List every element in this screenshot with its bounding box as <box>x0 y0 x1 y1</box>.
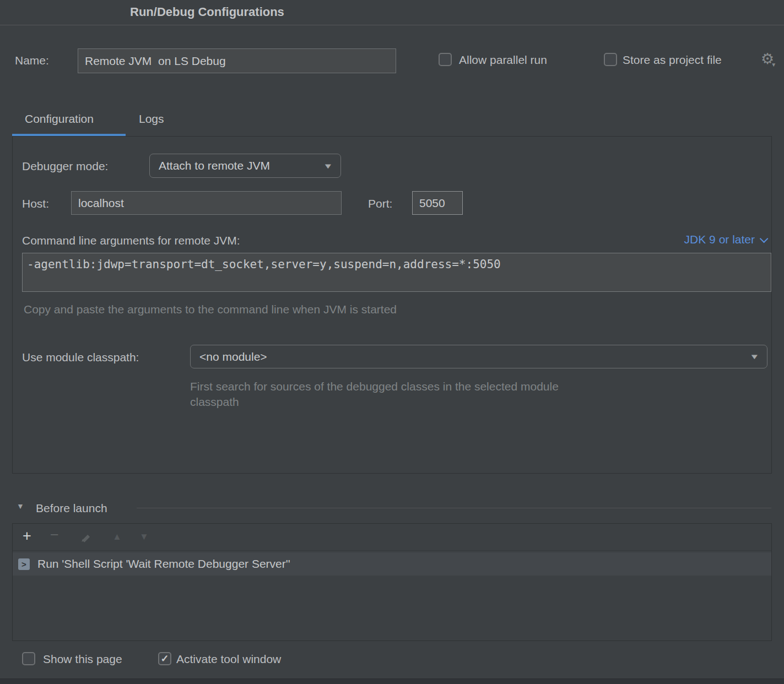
debugger-mode-value: Attach to remote JVM <box>159 159 270 172</box>
host-label: Host: <box>22 197 49 210</box>
before-launch-panel: + − ▲ ▼ > Run 'Shell Script 'Wait Remote… <box>12 523 772 641</box>
checkmark-icon: ✓ <box>160 654 169 664</box>
allow-parallel-run-checkbox[interactable]: ✓ <box>439 53 452 66</box>
cmdline-args-label: Command line arguments for remote JVM: <box>22 234 240 247</box>
before-launch-title: Before launch <box>36 502 107 515</box>
store-as-project-file-checkbox[interactable]: ✓ <box>604 53 617 66</box>
tab-configuration[interactable]: Configuration <box>25 112 94 126</box>
port-input[interactable] <box>412 191 463 215</box>
store-as-project-file-label: Store as project file <box>623 53 722 67</box>
cmdline-args-hint: Copy and paste the arguments to the comm… <box>24 303 397 316</box>
dialog-bottom-edge <box>0 678 784 684</box>
chevron-down-icon: ▼ <box>323 162 333 170</box>
debugger-mode-select[interactable]: Attach to remote JVM ▼ <box>149 154 341 178</box>
title-bar <box>0 0 784 25</box>
add-task-button[interactable]: + <box>23 529 31 544</box>
jdk-version-value: JDK 9 or later <box>684 233 755 246</box>
allow-parallel-run-label: Allow parallel run <box>459 53 547 67</box>
run-shell-script-icon: > <box>18 558 30 570</box>
cmdline-args-field[interactable]: -agentlib:jdwp=transport=dt_socket,serve… <box>22 253 771 292</box>
gear-dropdown-arrow-icon: ▼ <box>771 62 776 68</box>
activate-tool-window-label: Activate tool window <box>176 653 281 666</box>
activate-tool-window-checkbox[interactable]: ✓ <box>158 652 171 665</box>
module-classpath-value: <no module> <box>199 350 267 363</box>
tab-logs[interactable]: Logs <box>139 112 164 126</box>
remove-task-button[interactable]: − <box>50 528 59 542</box>
name-input[interactable] <box>78 48 396 73</box>
task-label: Run 'Shell Script 'Wait Remote Debugger … <box>37 557 290 571</box>
dialog-title: Run/Debug Configurations <box>130 5 284 19</box>
move-task-down-button[interactable]: ▼ <box>139 532 149 541</box>
before-launch-toolbar: + − ▲ ▼ <box>13 524 771 551</box>
name-label: Name: <box>15 54 49 67</box>
debugger-mode-label: Debugger mode: <box>22 160 108 173</box>
module-classpath-hint: First search for sources of the debugged… <box>190 379 565 410</box>
module-classpath-label: Use module classpath: <box>22 351 139 364</box>
before-launch-divider <box>137 508 771 508</box>
before-launch-collapse-arrow-icon[interactable]: ▼ <box>17 502 24 511</box>
jdk-version-selector[interactable]: JDK 9 or later <box>684 233 766 246</box>
show-this-page-label: Show this page <box>43 653 122 666</box>
port-label: Port: <box>368 197 392 210</box>
host-input[interactable] <box>71 191 342 215</box>
module-classpath-select[interactable]: <no module> ▼ <box>190 345 767 368</box>
move-task-up-button[interactable]: ▲ <box>112 532 122 541</box>
chevron-down-icon: ▼ <box>749 352 760 361</box>
store-options-gear-button[interactable]: ⚙ ▼ <box>761 52 774 67</box>
edit-task-button[interactable] <box>80 530 93 544</box>
show-this-page-checkbox[interactable]: ✓ <box>22 652 35 665</box>
run-debug-configurations-dialog: Run/Debug Configurations Name: ✓ Allow p… <box>0 0 784 684</box>
before-launch-task-row[interactable]: > Run 'Shell Script 'Wait Remote Debugge… <box>13 552 771 576</box>
